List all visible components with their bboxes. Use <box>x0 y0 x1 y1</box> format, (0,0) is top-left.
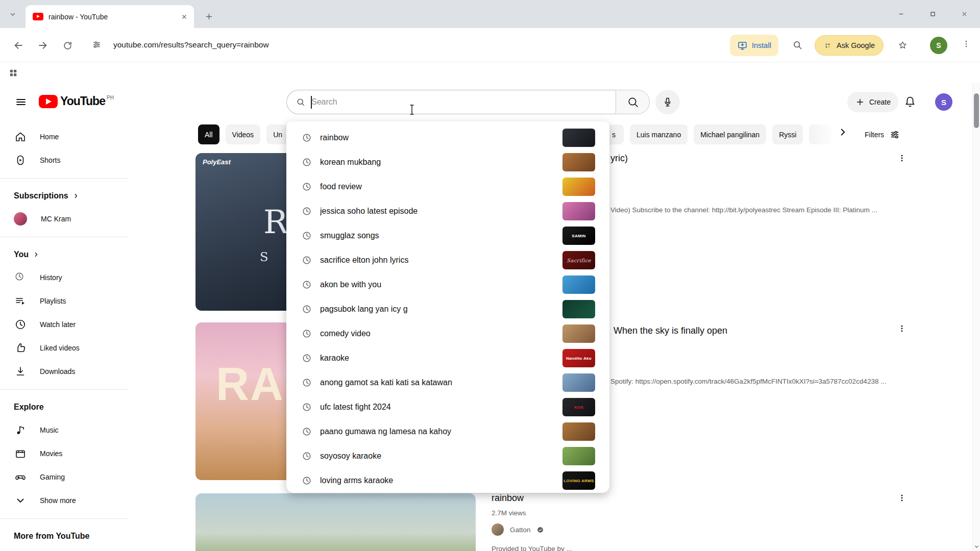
suggestion-thumbnail <box>562 178 595 196</box>
video-description: Provided to YouTube by ... <box>492 545 849 551</box>
filter-chip-ryssi[interactable]: Ryssi <box>772 124 803 144</box>
filters-button[interactable]: Filters <box>865 124 900 144</box>
forward-button[interactable] <box>36 38 50 53</box>
suggestion-thumbnail: LOVING ARMS <box>562 471 595 490</box>
google-lens-icon <box>823 41 832 50</box>
browser-menu-kebab-icon[interactable] <box>962 39 971 48</box>
shorts-icon <box>14 154 27 166</box>
suggestion-row[interactable]: akon be with you <box>286 272 609 297</box>
notifications-bell-icon[interactable] <box>903 95 917 108</box>
site-info-icon[interactable] <box>92 40 102 49</box>
sidebar-item-liked-videos[interactable]: Liked videos <box>0 336 129 360</box>
apps-grid-icon[interactable] <box>8 67 19 79</box>
sidebar-divider <box>0 178 129 179</box>
music-icon <box>14 424 27 436</box>
filter-chip-michael-pangilinan[interactable]: Michael pangilinan <box>694 124 766 144</box>
scrollbar[interactable] <box>972 83 980 551</box>
suggestion-text: smugglaz songs <box>320 231 562 240</box>
suggestion-text: rainbow <box>320 133 562 142</box>
chip-row-right: sLuis manzanoMichael pangilinanRyssi <box>596 124 831 144</box>
browser-profile-avatar[interactable]: S <box>930 37 947 54</box>
thumbnail-overlay-text: SAMIN <box>562 227 595 245</box>
browser-tab[interactable]: rainbow - YouTube <box>26 5 194 28</box>
sidebar-section-you[interactable]: You <box>0 243 129 266</box>
youtube-profile-avatar[interactable]: S <box>935 93 952 111</box>
sidebar-item-movies[interactable]: Movies <box>0 442 129 465</box>
channel-name[interactable]: Gatton <box>510 526 531 534</box>
sidebar-item-music[interactable]: Music <box>0 418 129 442</box>
video-title[interactable]: yric) <box>610 153 628 164</box>
filter-chip-all[interactable]: All <box>198 124 219 144</box>
bookmark-star-icon[interactable] <box>897 40 908 51</box>
filter-chip-un[interactable]: Un <box>266 124 289 144</box>
channel-row[interactable]: Gatton <box>492 523 544 536</box>
url-text[interactable]: youtube.com/results?search_query=rainbow <box>113 40 269 49</box>
channel-avatar <box>14 212 27 226</box>
youtube-logo[interactable]: YouTube PH <box>39 94 114 108</box>
suggestion-row[interactable]: food review <box>286 174 609 199</box>
suggestion-row[interactable]: ufc latest fight 2024KOS <box>286 395 609 419</box>
thumbnail-overlay-text: KOS <box>562 398 595 416</box>
ask-google-button[interactable]: Ask Google <box>815 35 884 56</box>
suggestion-row[interactable]: soyosoy karaoke <box>286 444 609 468</box>
sidebar-item-playlists[interactable]: Playlists <box>0 289 129 313</box>
reload-button[interactable] <box>60 38 75 53</box>
sidebar-item-show-more[interactable]: Show more <box>0 489 129 512</box>
chips-scroll-right-button[interactable] <box>837 127 848 138</box>
tab-search-button[interactable] <box>5 7 20 22</box>
video-menu-kebab-icon[interactable] <box>896 322 908 335</box>
suggestion-row[interactable]: loving arms karaokeLOVING ARMS <box>286 468 609 493</box>
suggestion-row[interactable]: korean mukbang <box>286 150 609 174</box>
video-title[interactable]: rainbow <box>492 493 524 504</box>
window-maximize-button[interactable] <box>917 0 948 28</box>
hamburger-menu-icon[interactable] <box>13 94 29 110</box>
zoom-icon[interactable] <box>792 40 803 51</box>
suggestion-row[interactable]: rainbow <box>286 126 609 150</box>
video-menu-kebab-icon[interactable] <box>896 152 908 164</box>
create-label: Create <box>869 98 891 106</box>
install-button[interactable]: Install <box>730 35 778 56</box>
suggestion-row[interactable]: pagsubok lang yan icy g <box>286 297 609 321</box>
video-menu-kebab-icon[interactable] <box>896 492 908 504</box>
scrollbar-thumb[interactable] <box>974 93 979 128</box>
suggestion-row[interactable]: comedy video <box>286 321 609 346</box>
window-close-button[interactable] <box>948 0 980 28</box>
sidebar-item-label: Home <box>40 133 59 141</box>
sidebar-item-gaming[interactable]: Gaming <box>0 465 129 489</box>
suggestion-row[interactable]: paano gumawa ng lamesa na kahoy <box>286 419 609 444</box>
history-icon <box>302 451 312 461</box>
sidebar-item-shorts[interactable]: Shorts <box>0 148 129 172</box>
search-input[interactable]: Search <box>286 90 616 114</box>
search-button[interactable] <box>616 90 650 114</box>
suggestion-row[interactable]: smugglaz songsSAMIN <box>286 223 609 248</box>
video-title[interactable]: When the sky is finally open <box>614 325 727 336</box>
thumbnail-overlay-text: Sacrifice <box>562 251 595 269</box>
video-thumbnail[interactable] <box>195 493 476 551</box>
create-button[interactable]: Create <box>847 92 898 112</box>
sidebar-item-label: Music <box>40 426 59 434</box>
suggestion-row[interactable]: anong gamot sa kati kati sa katawan <box>286 370 609 395</box>
suggestion-row[interactable]: karaokeNandito Ako <box>286 346 609 370</box>
new-tab-button[interactable] <box>201 9 216 24</box>
window-minimize-button[interactable] <box>885 0 917 28</box>
suggestion-row[interactable]: jessica soho latest episode <box>286 199 609 223</box>
back-button[interactable] <box>11 38 26 53</box>
suggestion-row[interactable]: sacrifice elton john lyricsSacrifice <box>286 248 609 272</box>
browser-window: rainbow - YouTube <box>0 0 980 551</box>
sidebar-item-downloads[interactable]: Downloads <box>0 360 129 383</box>
tab-strip: rainbow - YouTube <box>0 0 980 28</box>
sidebar-section-subscriptions[interactable]: Subscriptions <box>0 185 129 207</box>
suggestion-thumbnail <box>562 324 595 343</box>
filter-chip-luis-manzano[interactable]: Luis manzano <box>630 124 688 144</box>
sidebar-item-home[interactable]: Home <box>0 125 129 148</box>
channel-avatar[interactable] <box>492 523 504 536</box>
suggestion-text: pagsubok lang yan icy g <box>320 305 562 314</box>
sidebar-item-history[interactable]: History <box>0 266 129 289</box>
bookmarks-bar <box>0 62 980 83</box>
filter-chip-videos[interactable]: Videos <box>226 124 261 144</box>
voice-search-button[interactable] <box>655 90 680 114</box>
sidebar-item-watch-later[interactable]: Watch later <box>0 313 129 336</box>
sidebar-channel-mc-kram[interactable]: MC Kram <box>0 207 129 231</box>
scroll-down-arrow-icon[interactable] <box>973 543 980 550</box>
tab-close-icon[interactable] <box>180 12 189 21</box>
